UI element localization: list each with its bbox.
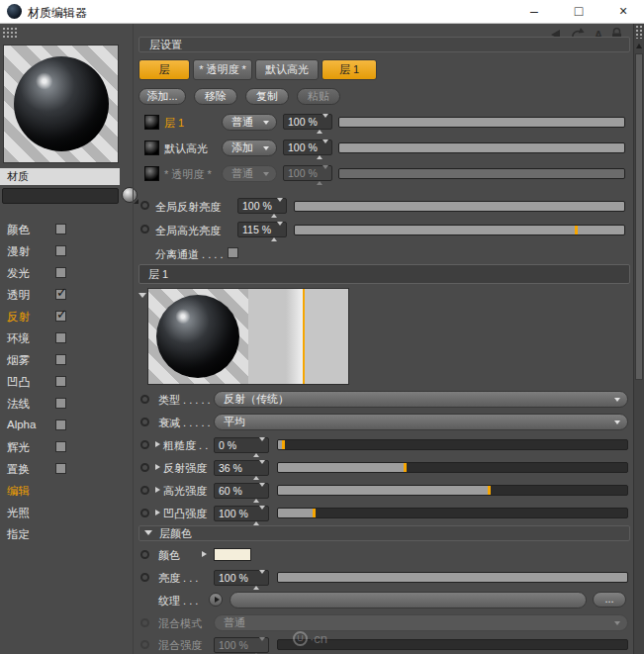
scroll-up-icon[interactable]	[636, 44, 642, 48]
collapse-arrow-icon[interactable]	[144, 530, 152, 535]
global-reflection-slider[interactable]	[294, 201, 625, 212]
layer-color-header[interactable]: 层颜色	[138, 525, 630, 541]
channel-label[interactable]: 编辑	[7, 484, 30, 499]
channel-label[interactable]: 凹凸	[7, 375, 30, 390]
falloff-dropdown[interactable]: 平均	[214, 414, 628, 430]
layer-opacity-spinner[interactable]: 100 %	[283, 114, 332, 130]
maximize-button[interactable]: □	[559, 0, 598, 24]
channel-row-environment[interactable]: 环境	[0, 327, 133, 349]
animation-dot-icon[interactable]	[140, 573, 149, 582]
channel-checkbox[interactable]: ✓	[55, 289, 66, 300]
layer-opacity-spinner[interactable]: 100 %	[283, 140, 332, 155]
channel-row-color[interactable]: 颜色	[0, 219, 133, 240]
channel-row-normal[interactable]: 法线	[0, 393, 133, 415]
slider-handle[interactable]	[404, 463, 407, 472]
global-specular-slider[interactable]	[294, 225, 625, 235]
slider-handle[interactable]	[488, 486, 491, 495]
scrollbar[interactable]	[633, 24, 644, 654]
animation-dot-icon[interactable]	[140, 509, 149, 517]
layer-name[interactable]: 默认高光	[164, 141, 208, 156]
channel-checkbox[interactable]	[55, 245, 66, 256]
spinner-arrows-icon[interactable]	[317, 117, 328, 131]
spinner-arrows-icon[interactable]	[317, 142, 328, 156]
channel-label[interactable]: 透明	[7, 288, 30, 303]
channel-label[interactable]: 辉光	[7, 440, 30, 455]
specular-strength-spinner[interactable]: 60 %	[214, 483, 269, 499]
expand-arrow-icon[interactable]	[155, 510, 160, 515]
spinner-arrows-icon[interactable]	[253, 463, 265, 477]
tab-layers[interactable]: 层	[138, 59, 190, 80]
expand-arrow-icon[interactable]	[155, 487, 160, 493]
reflectance-curve-preview[interactable]	[248, 289, 348, 384]
expand-arrow-icon[interactable]	[155, 441, 160, 447]
channel-label[interactable]: 环境	[7, 331, 30, 346]
reflection-strength-spinner[interactable]: 36 %	[214, 460, 269, 476]
channel-row-alpha[interactable]: Alpha	[0, 415, 133, 436]
scrollbar-thumb[interactable]	[635, 53, 643, 380]
animation-dot-icon[interactable]	[140, 486, 149, 495]
copy-button[interactable]: 复制	[245, 88, 289, 105]
tab-default-specular[interactable]: 默认高光	[255, 59, 319, 80]
blend-mode-dropdown[interactable]: 普通	[222, 114, 277, 131]
slider-handle[interactable]	[282, 440, 285, 449]
channel-checkbox[interactable]: ✓	[55, 311, 66, 322]
brightness-slider[interactable]	[277, 572, 628, 583]
add-button[interactable]: 添加...	[138, 88, 186, 105]
channel-label[interactable]: 反射	[7, 310, 30, 325]
channel-label[interactable]: 法线	[7, 397, 30, 412]
slider-handle[interactable]	[575, 226, 578, 234]
channel-row-displacement[interactable]: 置换	[0, 458, 133, 480]
bump-strength-spinner[interactable]: 100 %	[214, 506, 269, 521]
layer-thumbnail[interactable]	[144, 140, 159, 155]
layer-opacity-slider[interactable]	[338, 117, 625, 128]
layer-name[interactable]: 层 1	[164, 116, 184, 131]
texture-arrow-button[interactable]	[209, 593, 223, 607]
channel-checkbox[interactable]	[55, 332, 66, 343]
channel-checkbox[interactable]	[55, 398, 66, 409]
channel-label[interactable]: 光照	[7, 506, 30, 520]
channel-checkbox[interactable]	[55, 376, 66, 387]
animation-dot-icon[interactable]	[140, 225, 149, 234]
layer-thumbnail[interactable]	[144, 166, 159, 181]
global-specular-spinner[interactable]: 115 %	[237, 222, 287, 237]
spinner-arrows-icon[interactable]	[253, 486, 265, 500]
channel-checkbox[interactable]	[55, 267, 66, 278]
layer-opacity-slider[interactable]	[338, 142, 625, 153]
channel-label[interactable]: 指定	[7, 527, 30, 542]
expand-arrow-icon[interactable]	[202, 551, 207, 557]
collapse-arrow-icon[interactable]	[138, 293, 146, 298]
channel-label[interactable]: Alpha	[7, 419, 36, 430]
channel-row-editor[interactable]: 编辑	[0, 480, 133, 502]
spinner-arrows-icon[interactable]	[271, 225, 283, 238]
spinner-arrows-icon[interactable]	[271, 201, 283, 215]
channel-row-bump[interactable]: 凹凸	[0, 371, 133, 393]
global-reflection-spinner[interactable]: 100 %	[237, 198, 287, 214]
tab-transparency[interactable]: * 透明度 *	[193, 59, 252, 80]
slider-handle[interactable]	[313, 509, 316, 517]
reflection-strength-slider[interactable]	[277, 462, 628, 473]
channel-checkbox[interactable]	[55, 354, 66, 365]
layer-thumbnail[interactable]	[144, 115, 159, 130]
channel-checkbox[interactable]	[55, 224, 66, 234]
brightness-spinner[interactable]: 100 %	[214, 570, 269, 586]
spinner-arrows-icon[interactable]	[253, 573, 265, 587]
channel-row-fog[interactable]: 烟雾	[0, 349, 133, 371]
material-preview[interactable]	[3, 45, 119, 163]
animation-dot-icon[interactable]	[140, 201, 149, 210]
channel-label[interactable]: 烟雾	[7, 353, 30, 368]
texture-field[interactable]	[230, 592, 587, 608]
spinner-arrows-icon[interactable]	[253, 509, 265, 522]
layer-name[interactable]: * 透明度 *	[164, 167, 212, 182]
animation-dot-icon[interactable]	[140, 550, 149, 559]
minimize-button[interactable]: –	[514, 0, 554, 24]
expand-arrow-icon[interactable]	[155, 464, 160, 470]
type-dropdown[interactable]: 反射（传统）	[214, 391, 628, 408]
channel-checkbox[interactable]	[55, 420, 66, 430]
roughness-spinner[interactable]: 0 %	[214, 437, 269, 453]
channel-row-diffusion[interactable]: 漫射	[0, 240, 133, 262]
channel-row-assign[interactable]: 指定	[0, 523, 133, 545]
specular-strength-slider[interactable]	[277, 485, 628, 496]
layer-1-header[interactable]: 层 1	[138, 264, 630, 284]
channel-row-illumination[interactable]: 光照	[0, 502, 133, 523]
texture-browse-button[interactable]: ...	[593, 592, 626, 607]
